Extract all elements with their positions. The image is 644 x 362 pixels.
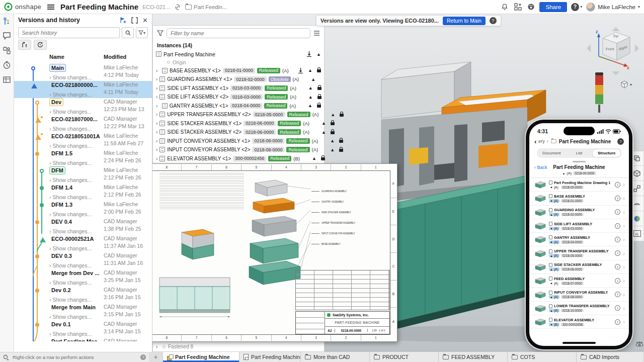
version-row[interactable]: Main ›Show changes... Mike LaFleche 4:12… (14, 64, 152, 81)
versions-panel-icon[interactable] (3, 17, 11, 26)
restore-button[interactable] (34, 40, 47, 50)
search-input[interactable] (18, 27, 120, 38)
show-changes-link[interactable]: ›Show changes... (49, 280, 104, 286)
info-icon[interactable]: i (615, 305, 620, 311)
instance-row[interactable]: › SIDE STACKER ASSEMBLY <2> 0218-06-0000… (153, 128, 324, 137)
phone-list-item[interactable]: ELEVATOR ASSEMBLY ▲(B) 300-00002456 i › (529, 315, 629, 329)
expand-chevron-icon[interactable]: › (156, 121, 157, 126)
phone-tab[interactable]: Document (538, 149, 566, 157)
info-icon[interactable]: i (615, 278, 620, 284)
breadcrumb-parent[interactable]: ery (538, 139, 545, 144)
help-icon[interactable]: ? (490, 17, 497, 24)
history-clock-icon[interactable] (3, 61, 11, 69)
instance-row[interactable]: › INPUT CONVEYOR ASSEMBLY <2> 0218-08-00… (153, 145, 324, 154)
version-row[interactable]: ECO-021807000... ›Show changes... CAD Ma… (14, 115, 152, 132)
show-changes-link[interactable]: ›Show changes... (49, 143, 104, 149)
fastened-mate-row[interactable]: › Fastened 8 (156, 344, 193, 349)
version-row[interactable]: DFM 1.4 ›Show changes... Mike LaFleche 2… (14, 184, 152, 201)
close-icon[interactable]: ✕ (142, 17, 148, 24)
home-indicator[interactable] (562, 342, 596, 344)
show-changes-link[interactable]: ›Show changes... (49, 331, 104, 337)
view-cube[interactable]: Top Front Right Z X (583, 25, 643, 85)
version-row[interactable]: DEV 0.3 ›Show changes... CAD Manager 11:… (14, 252, 152, 269)
version-row[interactable]: DFM ›Show changes... Mike LaFleche 2:12 … (14, 166, 152, 184)
show-changes-link[interactable]: ›Show changes... (49, 314, 104, 320)
version-row[interactable]: DFM 1.5 ›Show changes... Mike LaFleche 2… (14, 149, 152, 166)
create-version-icon[interactable] (119, 17, 127, 24)
root-assembly-row[interactable]: Part Feeding Machine ▲ (153, 50, 324, 59)
origin-row[interactable]: Origin (153, 59, 324, 66)
phone-list-item[interactable]: FEED ASSEMBLY ▲(A) 0218-07-0000 i › (529, 274, 629, 288)
show-changes-link[interactable]: ›Show changes... (49, 194, 104, 200)
instance-row[interactable]: › SIDE STACKER ASSEMBLY <1> 0218-06-0000… (153, 119, 324, 128)
expand-chevron-icon[interactable]: › (156, 103, 160, 109)
expand-chevron-icon[interactable]: › (156, 129, 157, 135)
info-icon[interactable]: i (615, 209, 620, 215)
show-changes-link[interactable]: ›Show changes... (49, 92, 104, 98)
learning-center-button[interactable] (526, 3, 535, 12)
show-changes-link[interactable]: ›Show changes... (49, 297, 104, 303)
phone-list-item[interactable]: BASE ASSEMBLY ▲(A) 0218-01-0000 i › (529, 192, 629, 205)
expand-chevron-icon[interactable]: › (156, 94, 157, 100)
expand-chevron-icon[interactable]: › (156, 76, 157, 82)
phone-tab[interactable]: Structure (593, 149, 620, 157)
add-tab-button[interactable]: + (149, 352, 163, 362)
instance-row[interactable]: › GUARDING ASSEMBLY <1> 0218-02-0000 Obs… (153, 75, 324, 84)
back-chevron-icon[interactable]: ‹ (534, 138, 536, 145)
folder-breadcrumb[interactable]: Part Feedin... (185, 4, 227, 10)
filter-icon[interactable] (157, 30, 164, 36)
show-changes-link[interactable]: ›Show changes... (49, 245, 104, 251)
help-icon[interactable]: ? (140, 354, 146, 360)
tables-icon[interactable] (3, 75, 11, 84)
expand-chevron-icon[interactable]: › (156, 156, 157, 161)
expand-chevron-icon[interactable]: › (156, 112, 157, 117)
instance-row[interactable]: › SIDE LIFT ASSEMBLY <1> 0218-03-0000 Re… (153, 84, 324, 93)
info-icon[interactable]: i (615, 292, 620, 297)
compare-icon[interactable] (131, 17, 138, 24)
expand-chevron-icon[interactable]: › (156, 147, 157, 152)
filter-input[interactable] (167, 28, 310, 38)
instance-row[interactable]: › UPPER TRANSFER ASSEMBLY <2> 0218-05-00… (153, 110, 324, 119)
document-tab[interactable]: Part Feeding Machine (163, 352, 239, 362)
phone-list-item[interactable]: GUARDING ASSEMBLY ▲(A) 0218-02-0000 i › (529, 206, 629, 219)
document-tab[interactable]: COTS (508, 352, 577, 362)
phone-tab[interactable]: List (566, 149, 593, 157)
help-menu[interactable]: ? ▾ (571, 3, 582, 11)
info-icon[interactable]: i (615, 264, 620, 269)
drawing-overlay[interactable]: 87654321 87654321 FEDCBA FEDCBA GUARDING… (145, 163, 397, 342)
info-icon[interactable]: i (615, 319, 620, 325)
show-changes-link[interactable]: ›Show changes... (49, 126, 104, 132)
phone-list-item[interactable]: INPUT CONVEYOR ASSEMBLY ▲(A) 0218-08-000… (529, 288, 629, 301)
show-changes-link[interactable]: ›Show changes... (49, 74, 104, 80)
document-tab[interactable]: More than CAD (301, 352, 370, 362)
version-row[interactable]: ECO-00002521A ›Show changes... CAD Manag… (14, 235, 152, 252)
show-changes-link[interactable]: ›Show changes... (49, 228, 104, 234)
version-row[interactable]: ECO-021800000... ›Show changes... Mike L… (14, 81, 152, 98)
filter-button[interactable]: ▾ (136, 27, 148, 38)
phone-list-item[interactable]: SIDE STACKER ASSEMBLY ▲(A) 0218-06-0000 … (529, 260, 629, 274)
show-changes-link[interactable]: ›Show changes... (49, 262, 104, 268)
comments-icon[interactable] (3, 32, 11, 40)
expand-chevron-icon[interactable]: › (156, 68, 160, 73)
document-tab[interactable]: Part Feeding Machine D... (239, 352, 301, 362)
scale-icon[interactable] (635, 341, 643, 347)
user-menu[interactable]: Mike LaFleche ▾ (586, 3, 640, 12)
document-tab[interactable]: FEED ASSEMBLY (439, 352, 508, 362)
version-row[interactable]: DFM 1.3 ›Show changes... Mike LaFleche 2… (14, 201, 152, 218)
expand-chevron-icon[interactable]: › (156, 138, 157, 144)
share-button[interactable]: Share (539, 2, 567, 12)
phone-list-item[interactable]: SIDE LIFT ASSEMBLY ▲(A) 0218-03-0000 i › (529, 219, 629, 233)
return-to-main-button[interactable]: Return to Main (443, 17, 486, 25)
version-row[interactable]: DEV 0.4 ›Show changes... CAD Manager 1:3… (14, 218, 152, 235)
phone-list-item[interactable]: UPPER TRANSFER ASSEMBLY ▲(A) 0218-05-000… (529, 246, 629, 260)
version-row[interactable]: Dev 0.2 ›Show changes... CAD Manager 3:1… (14, 286, 152, 303)
cube-face-front[interactable]: Front (606, 47, 614, 51)
back-link[interactable]: ‹ Back (534, 165, 547, 170)
instance-row[interactable]: › SIDE LIFT ASSEMBLY <2> 0218-03-0000 Re… (153, 93, 324, 102)
version-row[interactable]: Dev ›Show changes... CAD Manager 12:23 P… (14, 98, 152, 115)
phone-list-item[interactable]: GANTRY ASSEMBLY ▲(A) 0218-04-0000 i › (529, 233, 629, 246)
info-icon[interactable]: i (615, 237, 620, 242)
show-changes-link[interactable]: ›Show changes... (49, 177, 104, 183)
info-icon[interactable]: i (615, 196, 620, 201)
instance-row[interactable]: › INPUT CONVEYOR ASSEMBLY <1> 0218-08-00… (153, 137, 324, 146)
